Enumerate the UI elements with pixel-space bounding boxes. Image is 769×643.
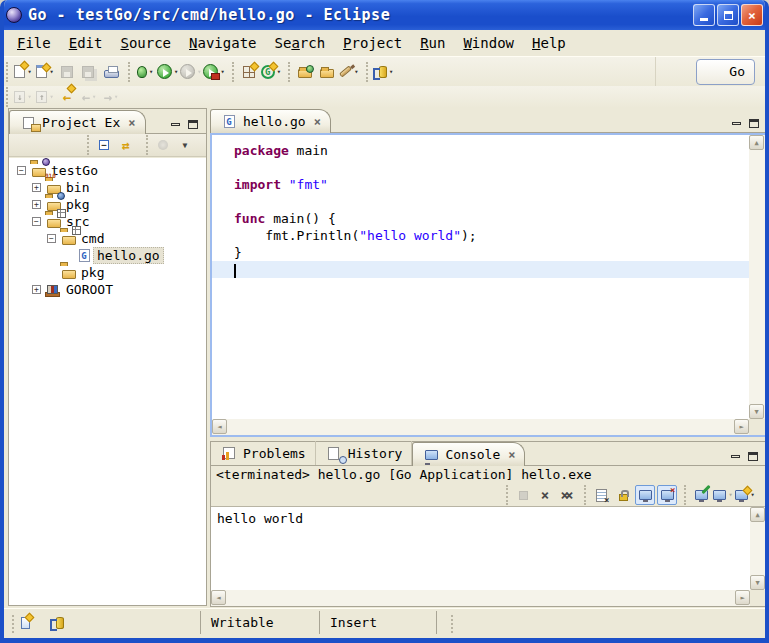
code-line[interactable]: fmt.Println("hello world");	[234, 227, 749, 244]
scroll-up-icon[interactable]: ▲	[749, 135, 764, 150]
minimize-button[interactable]	[693, 4, 715, 26]
tree-item-bin[interactable]: +bin	[9, 179, 206, 196]
scroll-left-icon[interactable]: ◄	[211, 590, 226, 605]
scroll-down-icon[interactable]: ▼	[750, 575, 765, 590]
code-line[interactable]: import "fmt"	[234, 176, 749, 193]
remove-all-icon[interactable]: ××	[557, 485, 577, 505]
expander-icon[interactable]: −	[17, 166, 26, 175]
menu-search[interactable]: Search	[266, 33, 335, 53]
new-go-file-icon[interactable]: G▾	[261, 62, 281, 82]
scroll-right-icon[interactable]: ►	[735, 590, 750, 605]
external-tools-icon[interactable]: ▾	[203, 62, 224, 82]
tab-console[interactable]: Console×	[412, 442, 525, 466]
dropdown-arrow-icon[interactable]: ▾	[354, 68, 358, 76]
tab-problems[interactable]: Problems	[211, 441, 316, 465]
expander-icon[interactable]: +	[32, 200, 41, 209]
menu-project[interactable]: Project	[334, 33, 411, 53]
minimize-view-icon[interactable]	[731, 455, 740, 458]
code-line[interactable]	[234, 159, 749, 176]
search-icon[interactable]: ▾	[339, 62, 359, 82]
minimize-view-icon[interactable]	[171, 123, 180, 126]
close-button[interactable]: ×	[741, 4, 763, 26]
code-editor[interactable]: package mainimport "fmt"func main() { fm…	[212, 135, 749, 419]
scroll-up-icon[interactable]: ▲	[750, 507, 765, 522]
import-icon[interactable]	[295, 62, 315, 82]
open-console-icon[interactable]: ▾	[735, 485, 755, 505]
stderr-icon[interactable]	[657, 485, 677, 505]
dropdown-arrow-icon[interactable]: ▾	[174, 68, 178, 76]
expander-icon[interactable]: −	[47, 234, 56, 243]
menu-run[interactable]: Run	[411, 33, 454, 53]
project-tree[interactable]: −testGo+bin+pkg−src−cmdhello.gopkg+GOROO…	[9, 158, 206, 605]
close-icon[interactable]: ×	[314, 115, 321, 129]
code-line[interactable]: }	[234, 244, 749, 261]
tree-item-pkg[interactable]: +pkg	[9, 196, 206, 213]
view-menu-icon[interactable]: ▼	[175, 135, 195, 155]
tab-project-explorer[interactable]: Project Ex ×	[9, 110, 146, 134]
code-line[interactable]	[234, 193, 749, 210]
menu-edit[interactable]: Edit	[60, 33, 112, 53]
menu-window[interactable]: Window	[454, 33, 523, 53]
tree-item-cmd[interactable]: −cmd	[9, 230, 206, 247]
tree-item-src[interactable]: −src	[9, 213, 206, 230]
close-icon[interactable]: ×	[508, 448, 515, 462]
menu-navigate[interactable]: Navigate	[180, 33, 265, 53]
pin-console-icon[interactable]	[691, 485, 711, 505]
code-line[interactable]	[212, 261, 749, 278]
code-line[interactable]: func main() {	[234, 210, 749, 227]
dropdown-arrow-icon[interactable]: ▾	[149, 68, 153, 76]
expander-icon[interactable]: −	[32, 217, 41, 226]
expander-icon[interactable]: +	[32, 285, 41, 294]
new-go-project-icon[interactable]	[239, 62, 259, 82]
fast-view-icon[interactable]	[15, 613, 35, 633]
go-sync-icon[interactable]	[47, 613, 67, 633]
dropdown-arrow-icon[interactable]: ▾	[389, 68, 393, 76]
scroll-right-icon[interactable]: ►	[734, 419, 749, 434]
dropdown-arrow-icon[interactable]: ▾	[220, 68, 224, 76]
console-output[interactable]: hello world	[211, 507, 750, 590]
close-icon[interactable]: ×	[128, 116, 135, 130]
maximize-view-icon[interactable]	[749, 119, 759, 128]
minimize-view-icon[interactable]	[732, 122, 741, 125]
tree-item-pkg[interactable]: pkg	[9, 264, 206, 281]
link-editor-icon[interactable]: ⇄	[116, 135, 136, 155]
maximize-view-icon[interactable]	[748, 452, 758, 461]
collapse-all-icon[interactable]: −	[94, 135, 114, 155]
scroll-down-icon[interactable]: ▼	[749, 404, 764, 419]
console-horizontal-scrollbar[interactable]: ◄ ►	[211, 590, 750, 606]
scroll-left-icon[interactable]: ◄	[212, 419, 227, 434]
open-perspective-icon[interactable]	[669, 62, 689, 82]
clear-console-icon[interactable]	[591, 485, 611, 505]
tab-hello-go[interactable]: hello.go ×	[210, 109, 331, 133]
new-project-icon[interactable]: ▾	[35, 62, 55, 82]
title-bar[interactable]: Go - testGo/src/cmd/hello.go - Eclipse ×	[0, 0, 769, 30]
tree-item-testgo[interactable]: −testGo	[9, 162, 206, 179]
print-icon[interactable]	[101, 62, 121, 82]
maximize-button[interactable]	[717, 4, 739, 26]
dropdown-arrow-icon[interactable]: ▾	[277, 68, 281, 76]
stdout-icon[interactable]	[635, 485, 655, 505]
dropdown-arrow-icon[interactable]: ▾	[750, 491, 754, 499]
maximize-view-icon[interactable]	[188, 120, 198, 129]
run-icon[interactable]: ▾	[157, 62, 178, 82]
tree-item-goroot[interactable]: +GOROOT	[9, 281, 206, 298]
scroll-lock-icon[interactable]	[613, 485, 633, 505]
menu-source[interactable]: Source	[111, 33, 180, 53]
debug-icon[interactable]: ▾	[135, 62, 155, 82]
expander-icon[interactable]: +	[32, 183, 41, 192]
editor-vertical-scrollbar[interactable]: ▲ ▼	[749, 135, 765, 419]
console-vertical-scrollbar[interactable]: ▲ ▼	[750, 507, 766, 590]
go-build-icon[interactable]: ▾	[373, 62, 393, 82]
menu-help[interactable]: Help	[523, 33, 575, 53]
code-line[interactable]: package main	[234, 142, 749, 159]
last-edit-icon[interactable]: ←	[57, 87, 77, 107]
dropdown-arrow-icon[interactable]: ▾	[27, 68, 31, 76]
display-console-icon[interactable]: ▾	[713, 485, 733, 505]
new-icon[interactable]: ▾	[13, 62, 33, 82]
tree-item-hello.go[interactable]: hello.go	[9, 247, 206, 264]
remove-launch-icon[interactable]: ×	[535, 485, 555, 505]
export-icon[interactable]	[317, 62, 337, 82]
tab-history[interactable]: History	[316, 441, 413, 465]
menu-file[interactable]: File	[8, 33, 60, 53]
editor-horizontal-scrollbar[interactable]: ◄ ►	[212, 419, 749, 435]
